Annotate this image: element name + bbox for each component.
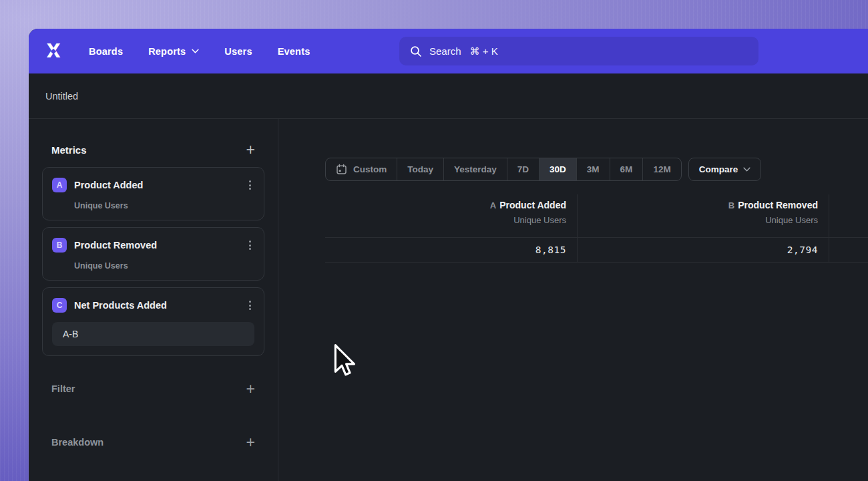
metric-badge-c: C xyxy=(52,298,67,313)
range-tab-yesterday[interactable]: Yesterday xyxy=(443,158,507,180)
date-range-control: Custom Today Yesterday 7D 30D 3M 6M 12M xyxy=(325,158,682,181)
metric-name: Net Products Added xyxy=(74,300,167,311)
breakdown-label: Breakdown xyxy=(51,437,103,448)
board-titlebar: Untitled xyxy=(29,73,868,119)
metric-name: Product Removed xyxy=(74,240,157,251)
metrics-label: Metrics xyxy=(51,144,87,156)
chevron-down-icon xyxy=(743,167,750,172)
range-tab-today[interactable]: Today xyxy=(397,158,443,180)
add-metric-button[interactable]: + xyxy=(246,143,255,156)
range-tab-6m[interactable]: 6M xyxy=(610,158,643,180)
column-header: BProduct Removed Unique Users xyxy=(578,194,829,237)
mouse-cursor-icon xyxy=(331,343,357,381)
compare-label: Compare xyxy=(699,164,738,174)
search-input[interactable]: Search ⌘ + K xyxy=(399,37,758,65)
column-sub: Unique Users xyxy=(578,215,818,225)
add-filter-button[interactable]: + xyxy=(246,382,255,395)
search-placeholder: Search xyxy=(429,45,461,57)
table-cell-value[interactable]: 8,815 xyxy=(325,237,577,263)
search-icon xyxy=(410,45,422,57)
nav-item-users[interactable]: Users xyxy=(224,46,252,57)
range-tab-12m[interactable]: 12M xyxy=(642,158,680,180)
range-tab-3m[interactable]: 3M xyxy=(576,158,610,180)
nav-item-reports[interactable]: Reports xyxy=(148,46,199,57)
table-column-b: BProduct Removed Unique Users 2,794 xyxy=(578,194,829,263)
query-builder-sidebar: Metrics + A Product Added Unique Users B… xyxy=(29,119,278,481)
range-tab-30d[interactable]: 30D xyxy=(539,158,576,180)
column-letter: A xyxy=(490,200,496,210)
table-column-a: AProduct Added Unique Users 8,815 xyxy=(325,194,578,263)
range-tab-7d[interactable]: 7D xyxy=(507,158,539,180)
range-tab-custom-label: Custom xyxy=(353,164,387,174)
metric-badge-a: A xyxy=(52,178,67,192)
chevron-down-icon xyxy=(192,49,199,53)
metric-card-c[interactable]: C Net Products Added A-B xyxy=(42,287,264,356)
metrics-table: AProduct Added Unique Users 8,815 BProdu… xyxy=(325,194,868,263)
metric-card-a[interactable]: A Product Added Unique Users xyxy=(42,167,264,220)
report-main: Custom Today Yesterday 7D 30D 3M 6M 12M … xyxy=(278,119,868,481)
metric-measurement[interactable]: Unique Users xyxy=(74,261,254,271)
formula-input[interactable]: A-B xyxy=(52,322,254,346)
range-tab-custom[interactable]: Custom xyxy=(326,158,397,180)
app-window: X Boards Reports Users Events Search ⌘ +… xyxy=(29,29,868,481)
kebab-menu-icon[interactable] xyxy=(246,238,254,252)
compare-button[interactable]: Compare xyxy=(688,158,762,181)
filter-label: Filter xyxy=(51,383,75,394)
kebab-menu-icon[interactable] xyxy=(246,299,254,312)
top-nav: X Boards Reports Users Events Search ⌘ +… xyxy=(29,29,868,73)
table-column-empty xyxy=(829,194,868,263)
nav-item-boards[interactable]: Boards xyxy=(89,46,123,57)
column-name: Product Added xyxy=(499,200,566,210)
metric-badge-b: B xyxy=(52,238,67,253)
column-sub: Unique Users xyxy=(325,215,566,225)
metric-measurement[interactable]: Unique Users xyxy=(74,201,254,210)
metric-card-b[interactable]: B Product Removed Unique Users xyxy=(42,227,264,281)
metric-name: Product Added xyxy=(74,180,143,190)
column-header: AProduct Added Unique Users xyxy=(325,194,577,237)
column-letter: B xyxy=(728,200,734,210)
date-range-toolbar: Custom Today Yesterday 7D 30D 3M 6M 12M … xyxy=(325,158,761,181)
metrics-header: Metrics + xyxy=(42,139,264,160)
search-shortcut: ⌘ + K xyxy=(470,45,498,57)
table-cell-value[interactable]: 2,794 xyxy=(578,237,829,263)
nav-item-events[interactable]: Events xyxy=(278,46,310,57)
nav-item-reports-label: Reports xyxy=(148,46,186,57)
calendar-icon xyxy=(336,164,347,175)
filter-section: Filter + xyxy=(42,379,264,399)
breakdown-section: Breakdown + xyxy=(42,432,264,452)
column-name: Product Removed xyxy=(738,200,818,210)
nav-menu: Boards Reports Users Events xyxy=(89,46,310,57)
kebab-menu-icon[interactable] xyxy=(246,178,254,192)
board-title[interactable]: Untitled xyxy=(45,91,78,102)
mixpanel-logo-icon[interactable]: X xyxy=(43,41,64,61)
add-breakdown-button[interactable]: + xyxy=(246,436,255,449)
